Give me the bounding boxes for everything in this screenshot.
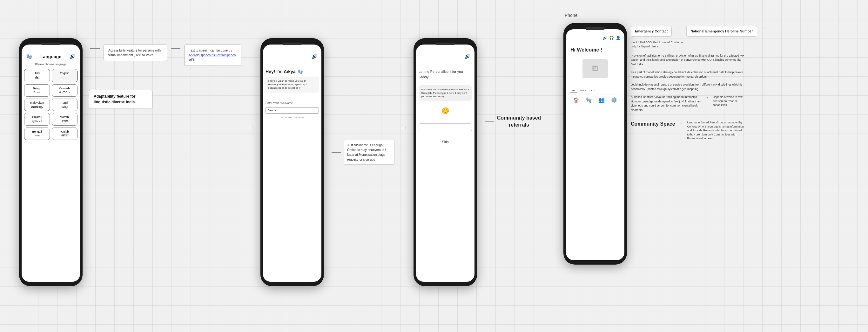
speaker-icon-3: 🔊 [464, 53, 471, 59]
note-3: could Include National registry of servi… [631, 83, 745, 91]
phone-1-content: 🧤 Language 🔊 Please choose language Hind… [22, 45, 80, 143]
community-space-description: Language Based Peer Groups managed by Co… [687, 120, 744, 141]
community-referrals-label: Community based referrals [497, 114, 541, 129]
lang-english[interactable]: English [52, 69, 78, 82]
phone-4-screen: 🔊 🎧 👤 Hi Welcome ! 🖼 Tab 1 Tab 2 [566, 29, 624, 260]
emoji-icon: 😊 [418, 107, 472, 114]
phone-4: 🔊 🎧 👤 Hi Welcome ! 🖼 Tab 1 Tab 2 [563, 23, 627, 265]
arrow-emergency-2: → [762, 26, 767, 31]
settings-icon[interactable]: ⚙️ [611, 97, 617, 103]
phone-2: 🔊 Hey! I'm Aikya 🧤 I have a vision to ma… [260, 38, 324, 286]
tab-3[interactable]: Tab 3 [589, 89, 595, 93]
tts-link[interactable]: android.speech.tts.TextToSpeech [189, 53, 236, 57]
lang-tamil[interactable]: Tamilதமிழ் [52, 99, 78, 111]
speaker-icon-1: 🔊 [69, 53, 75, 59]
lang-gujarati[interactable]: Gujaratiગુજરાતી [24, 113, 50, 125]
secret-key-input[interactable] [418, 123, 472, 131]
lang-punjabi[interactable]: Punjabiਪੰਜਾਬੀ [52, 128, 78, 140]
greeting-text: Hey! I'm Aikya [266, 69, 296, 74]
lang-telugu[interactable]: Teluguతెలుగు [24, 84, 50, 97]
tts-text: Text to speech can be done by [189, 49, 232, 52]
chatbot-greeting: Hey! I'm Aikya 🧤 [266, 69, 319, 74]
tts-annotation: Text to speech can be done by android.sp… [184, 45, 241, 66]
person-icon: 👤 [616, 36, 621, 40]
home-icon[interactable]: 🏠 [573, 97, 579, 103]
note-2: as a part of monetisation strategy could… [631, 70, 745, 79]
helpline-label: National Emergency Helpline Number [690, 29, 753, 33]
community-space-label: Community Space [631, 120, 675, 128]
tab-1[interactable]: Tab 1 [570, 89, 577, 93]
emergency-contact-box: Emergency Contact [631, 26, 672, 36]
language-title: Language [40, 54, 61, 59]
phone-3-content: 🔊 Let me Personalise it for you Sandy ..… [416, 45, 474, 149]
speaker-icon-4: 🔊 [602, 36, 607, 40]
glove-footer-icon[interactable]: 🧤 [586, 97, 592, 103]
phone-2-content: 🔊 Hey! I'm Aikya 🧤 I have a vision to ma… [263, 45, 321, 125]
nickname-annotation: Just Nickname is enough , Option to stay… [344, 140, 395, 165]
image-placeholder: 🖼 [583, 59, 608, 78]
lang-hindi[interactable]: Hindiहिंदी [24, 69, 50, 82]
note-4: AI based ChatBot Aikya for tracking mood… [631, 95, 701, 112]
phone-3-screen: 🔊 Let me Personalise it for you Sandy ..… [416, 45, 474, 282]
arrow-emergency-1: → [677, 26, 681, 31]
phone-4-footer: 🏠 🧤 👥 ⚙️ [568, 94, 622, 106]
glove-icon-2: 🧤 [298, 69, 303, 74]
phone-label: Phone [565, 13, 578, 18]
phone-3: 🔊 Let me Personalise it for you Sandy ..… [413, 38, 477, 286]
phone-2-header: 🔊 [266, 53, 319, 60]
nickname-annotation-text: Just Nickname is enough , Option to stay… [347, 143, 386, 161]
question-text: Did someone motivated you to Speak up ? … [421, 88, 469, 98]
right-notes: Provision of facilities for re-skilling … [631, 54, 745, 113]
headphone-icon: 🎧 [609, 36, 614, 40]
nickname-label: Enter Your NickName [266, 102, 319, 105]
arrow-community-space: → [679, 120, 683, 126]
adaptability-text: Adaptability feature for linguistic dive… [94, 94, 135, 104]
sos-note: If not Lifted SOS Alert to saved Contact… [631, 40, 688, 48]
phone-2-main: Hey! I'm Aikya 🧤 I have a vision to make… [266, 63, 319, 122]
welcome-text: Hi Welcome ! [568, 47, 622, 53]
chat-message-bubble: I have a vision to make you live in Harm… [266, 77, 319, 92]
question-bubble: Did someone motivated you to Speak up ? … [418, 85, 472, 101]
phone-1: 🧤 Language 🔊 Please choose language Hind… [19, 38, 83, 286]
phone-1-screen: 🧤 Language 🔊 Please choose language Hind… [22, 45, 80, 282]
tabs-row: Tab 1 Tab 2 Tab 3 [568, 88, 622, 94]
language-subtitle: Please choose language [24, 63, 78, 66]
emergency-contact-label: Emergency Contact [635, 29, 668, 33]
speaker-icon-2: 🔊 [311, 53, 318, 59]
note-1: Provision of facilities for re-skilling … [631, 54, 745, 67]
helpline-box: National Emergency Helpline Number [686, 26, 757, 36]
phone-4-content: 🔊 🎧 👤 Hi Welcome ! 🖼 Tab 1 Tab 2 [566, 29, 624, 109]
phone-1-header: 🧤 Language 🔊 [24, 52, 78, 61]
terms-text[interactable]: Terms and conditions [266, 116, 319, 122]
glove-icon: 🧤 [26, 53, 32, 59]
nickname-input[interactable] [266, 107, 319, 113]
group-icon[interactable]: 👥 [598, 97, 605, 103]
arrow-2-3: → [401, 124, 407, 131]
adaptability-annotation: Adaptability feature for linguistic dive… [89, 90, 152, 108]
skip-button[interactable]: Skip [418, 134, 472, 146]
phone-2-screen: 🔊 Hey! I'm Aikya 🧤 I have a vision to ma… [263, 45, 321, 282]
accessibility-text: Accessibility Feature for persons with v… [108, 49, 161, 57]
arrow-capable: → [705, 95, 709, 100]
language-grid: Hindiहिंदी English Teluguతెలుగు Kannadaಕ… [24, 69, 78, 140]
personalize-text: Let me Personalise it for you Sandy ....… [418, 69, 472, 80]
lang-kannada[interactable]: Kannadaಕನ್ನಡ [52, 84, 78, 97]
lang-marathi[interactable]: Marathiमराठी [52, 113, 78, 125]
capable-note: Capable of voice to text and screen Read… [713, 95, 745, 107]
phone-4-header: 🔊 🎧 👤 [568, 35, 622, 41]
chat-message-text: I have a vision to make you live in Harm… [268, 80, 307, 89]
tts-api: API [189, 58, 194, 62]
lang-malayalam[interactable]: Malayalamമലയാളം [24, 99, 50, 111]
tab-2[interactable]: Tab 2 [580, 89, 586, 93]
accessibility-annotation: Accessibility Feature for persons with v… [103, 45, 167, 61]
arrow-1-2: → [248, 124, 254, 131]
lang-bengali[interactable]: Bengaliবাংলা [24, 128, 50, 140]
phone-3-header: 🔊 [418, 53, 472, 60]
